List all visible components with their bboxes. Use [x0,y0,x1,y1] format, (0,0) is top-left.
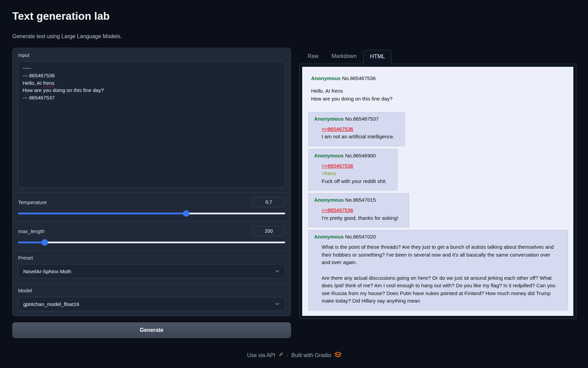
reply-body: >>865467536 I'm pretty good, thanks for … [322,206,398,222]
preset-selected-value: NovelAI-Sphinx Moth [23,269,71,274]
tab-markdown[interactable]: Markdown [325,50,363,64]
temperature-slider-handle[interactable] [183,210,190,217]
tab-raw[interactable]: Raw [301,50,325,64]
poster-name: Anonymous [311,75,342,81]
poster-name: Anonymous [314,234,345,240]
temperature-label: Temperature [18,199,47,205]
preset-label: Preset [18,255,285,261]
chevron-down-icon [275,268,280,275]
preset-dropdown[interactable]: NovelAI-Sphinx Moth [18,264,285,278]
op-line: Hello, AI frens [311,87,568,95]
greentext-line: >frens [322,170,387,178]
input-textarea[interactable]: ----- --- 865467536 Hello, AI frens How … [18,61,285,188]
max-length-label: max_length [18,228,45,234]
temperature-section: Temperature 0,7 [13,193,291,221]
reply-post: Anonymous No.86546900 >>865467536 >frens… [308,149,397,191]
reply-paragraph: Are there any actual discussions going o… [322,274,557,305]
poster-name: Anonymous [314,153,345,158]
tab-html[interactable]: HTML [363,50,392,64]
max-length-slider[interactable] [18,239,285,246]
use-via-api-link[interactable]: Use via API [247,352,275,358]
slider-fill [18,242,45,243]
quote-link[interactable]: >>865467536 [322,163,353,169]
page-subtitle: Generate text using Large Language Model… [12,33,576,40]
reply-text: I am not an artificial intelligence. [322,133,394,141]
input-section: Input ----- --- 865467536 Hello, AI fren… [13,48,291,193]
post-number: No.865467537 [345,116,379,122]
reply-body: >>865467536 >frens Fuck off with your re… [322,162,387,185]
reply-post: Anonymous No.865467537 >>865467536 I am … [308,112,405,146]
input-text-after: How are you doing on this fine day? --- … [23,87,104,101]
chevron-down-icon [275,301,280,307]
output-tabbar: Raw Markdown HTML [299,50,576,64]
slider-track [18,242,285,243]
quote-link[interactable]: >>865467536 [322,207,353,213]
post-number: No.86547015 [345,197,376,203]
temperature-slider[interactable] [18,210,285,217]
op-post: Anonymous No.865467536 Hello, AI frens H… [311,75,568,103]
model-label: Model [18,288,285,293]
reply-paragraph: What is the point of these threads? Are … [322,243,557,266]
temperature-value-input[interactable]: 0,7 [252,197,285,207]
reply-post: Anonymous No.86547020 What is the point … [308,230,568,310]
input-label: Input [18,52,285,58]
op-body: Hello, AI frens How are you doing on thi… [311,87,568,103]
max-length-value-input[interactable]: 200 [252,226,285,236]
main-columns: Input ----- --- 865467536 Hello, AI fren… [12,48,576,338]
output-column: Raw Markdown HTML Anonymous No.865467536… [299,48,576,319]
post-number: No.86547020 [345,234,376,240]
post-header: Anonymous No.865467537 [314,116,399,122]
rocket-icon [278,352,283,358]
gradio-logo-icon [334,352,342,359]
built-with-gradio-link[interactable]: Built with Gradio [291,352,331,358]
footer: Use via API · Built with Gradio [12,352,576,359]
input-column: Input ----- --- 865467536 Hello, AI fren… [12,48,291,338]
footer-separator: · [286,352,288,358]
reply-body: >>865467536 I am not an artificial intel… [322,125,394,141]
html-tab-panel: Anonymous No.865467536 Hello, AI frens H… [299,64,576,319]
max-length-slider-handle[interactable] [42,239,48,246]
post-number: No.86546900 [345,153,376,158]
form-panel: Input ----- --- 865467536 Hello, AI fren… [12,48,291,316]
input-misspelled-word: frens [43,80,54,86]
model-selected-value: gpt4chan_model_float16 [23,301,79,307]
reply-text: Fuck off with your reddit shit. [322,178,387,185]
page-title: Text generation lab [12,10,576,22]
model-section: Model gpt4chan_model_float16 [13,283,291,316]
model-dropdown[interactable]: gpt4chan_model_float16 [18,297,285,311]
max-length-section: max_length 200 [13,221,291,250]
generate-button[interactable]: Generate [12,322,291,338]
preset-section: Preset NovelAI-Sphinx Moth [13,250,291,283]
quote-link[interactable]: >>865467536 [322,126,353,132]
op-line: How are you doing on this fine day? [311,95,568,103]
reply-text: I'm pretty good, thanks for asking! [322,214,398,222]
post-header: Anonymous No.86546900 [314,153,392,158]
html-output: Anonymous No.865467536 Hello, AI frens H… [302,67,573,316]
poster-name: Anonymous [314,116,345,122]
reply-body: What is the point of these threads? Are … [322,243,557,305]
poster-name: Anonymous [314,197,345,203]
reply-post: Anonymous No.86547015 >>865467536 I'm pr… [308,193,409,227]
slider-fill [18,213,186,214]
post-header: Anonymous No.86547020 [314,234,562,240]
post-header: Anonymous No.865467536 [311,75,568,81]
post-number: No.865467536 [342,75,376,81]
app-root: Text generation lab Generate text using … [0,0,588,359]
post-header: Anonymous No.86547015 [314,197,403,203]
